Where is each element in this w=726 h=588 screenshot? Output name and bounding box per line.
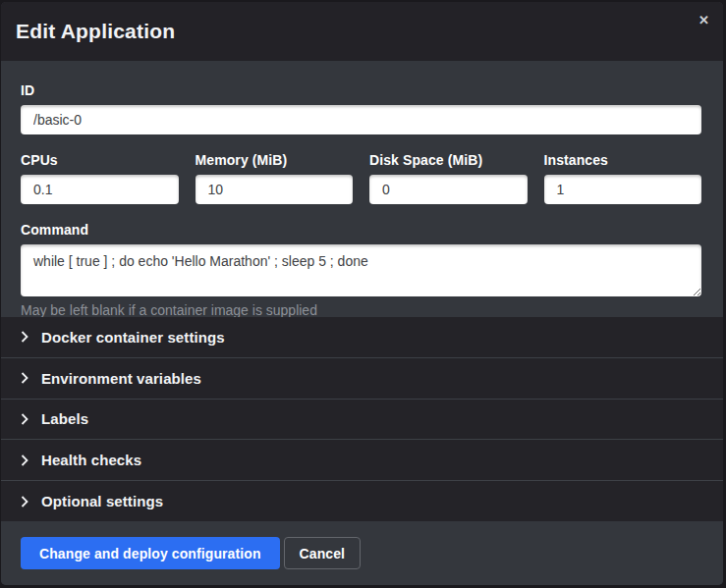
section-label: Environment variables [41, 370, 201, 387]
modal-title: Edit Application [16, 20, 175, 43]
memory-field-group: Memory (MiB) [195, 152, 354, 204]
accordion-sections: Docker container settings Environment va… [1, 317, 723, 521]
instances-label: Instances [544, 152, 702, 168]
chevron-right-icon [21, 413, 28, 425]
edit-application-dialog: Edit Application ✕ ID CPUs Memory (MiB) … [1, 2, 723, 585]
chevron-right-icon [21, 372, 28, 384]
section-environment-variables[interactable]: Environment variables [1, 357, 723, 399]
edit-application-modal-page: Edit Application ✕ ID CPUs Memory (MiB) … [0, 0, 726, 588]
instances-field-group: Instances [544, 152, 702, 204]
command-textarea[interactable]: while [ true ] ; do echo 'Hello Marathon… [21, 244, 701, 296]
disk-label: Disk Space (MiB) [369, 152, 528, 168]
cpus-field-group: CPUs [21, 152, 179, 204]
resources-row: CPUs Memory (MiB) Disk Space (MiB) Insta… [21, 152, 701, 204]
command-field-group: Command while [ true ] ; do echo 'Hello … [21, 222, 701, 317]
memory-label: Memory (MiB) [195, 152, 354, 168]
command-label: Command [21, 222, 701, 238]
close-icon[interactable]: ✕ [698, 14, 709, 27]
section-health-checks[interactable]: Health checks [1, 439, 723, 480]
section-label: Labels [41, 410, 88, 427]
disk-input[interactable] [369, 175, 528, 204]
memory-input[interactable] [195, 175, 354, 204]
section-label: Docker container settings [41, 329, 225, 346]
chevron-right-icon [21, 454, 28, 466]
section-docker-container-settings[interactable]: Docker container settings [1, 317, 723, 357]
id-label: ID [21, 82, 701, 98]
chevron-right-icon [21, 331, 28, 343]
section-label: Health checks [41, 452, 141, 468]
chevron-right-icon [21, 496, 28, 508]
cpus-label: CPUs [21, 152, 179, 168]
modal-footer: Change and deploy configuration Cancel [1, 521, 723, 585]
command-help-text: May be left blank if a container image i… [21, 302, 701, 317]
modal-header: Edit Application ✕ [1, 2, 723, 61]
id-field-group: ID [21, 82, 701, 134]
modal-body-form: ID CPUs Memory (MiB) Disk Space (MiB) In [1, 61, 723, 317]
section-label: Optional settings [41, 493, 163, 509]
cpus-input[interactable] [21, 175, 179, 204]
section-optional-settings[interactable]: Optional settings [1, 480, 723, 521]
cancel-button[interactable]: Cancel [284, 537, 362, 569]
disk-field-group: Disk Space (MiB) [369, 152, 528, 204]
id-input[interactable] [21, 105, 701, 134]
instances-input[interactable] [544, 175, 702, 204]
change-and-deploy-button[interactable]: Change and deploy configuration [21, 537, 280, 569]
section-labels[interactable]: Labels [1, 399, 723, 440]
